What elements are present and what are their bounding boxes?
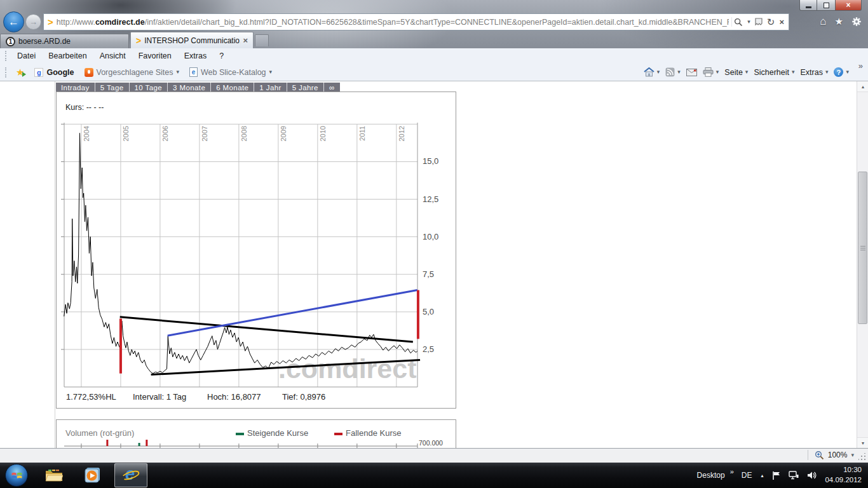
scroll-down-button[interactable]: ▾ bbox=[857, 437, 868, 448]
tab-row: 1 boerse.ARD.de > INTERSHOP Communicatio… bbox=[0, 32, 868, 48]
menu-ansicht[interactable]: Ansicht bbox=[93, 50, 132, 62]
forward-button[interactable]: → bbox=[25, 14, 41, 30]
stat-high: Hoch: 16,8077 bbox=[207, 392, 261, 402]
compatibility-view-icon[interactable] bbox=[755, 18, 763, 27]
favorite-suggested-sites[interactable]: Vorgeschlagene Sites▾ bbox=[79, 66, 184, 79]
command-bar: ▾ ▾ ▾ Seite▾ Sicherheit▾ Extras▾ ? ▾ bbox=[644, 64, 849, 81]
chevron-down-icon: ▾ bbox=[269, 69, 273, 75]
address-bar[interactable]: > http://www.comdirect.de/inf/aktien/det… bbox=[43, 13, 789, 30]
search-icon[interactable] bbox=[734, 18, 743, 27]
rss-feed-button[interactable]: ▾ bbox=[665, 67, 681, 77]
webslice-icon: e bbox=[189, 67, 198, 77]
address-bar-icons: ▾ ↻ × bbox=[731, 17, 786, 27]
extras-menu[interactable]: Extras▾ bbox=[801, 68, 829, 77]
volume-mark bbox=[146, 440, 147, 446]
media-player-button[interactable] bbox=[83, 466, 102, 484]
browser-title-bar: × ← → > http://www.comdirect.de/inf/akti… bbox=[0, 0, 868, 48]
x-tick-label: 2011 bbox=[358, 126, 366, 141]
range-max-infinity[interactable]: ∞ bbox=[324, 83, 340, 92]
refresh-icon[interactable]: ↻ bbox=[767, 17, 775, 27]
favorite-google[interactable]: gGoogle bbox=[29, 66, 79, 79]
range-5-jahre[interactable]: 5 Jahre bbox=[287, 83, 324, 92]
settings-gear-icon[interactable] bbox=[851, 17, 862, 27]
home-icon[interactable]: ⌂ bbox=[820, 16, 826, 27]
restore-button[interactable] bbox=[817, 0, 835, 11]
x-tick-label: 2005 bbox=[122, 126, 130, 141]
sicherheit-menu[interactable]: Sicherheit▾ bbox=[754, 68, 794, 77]
range-intraday[interactable]: Intraday bbox=[56, 83, 95, 92]
browser-quick-icons: ⌂ ★ bbox=[820, 16, 862, 27]
tab-close-icon[interactable]: × bbox=[243, 36, 248, 45]
clock-date: 04.09.2012 bbox=[825, 475, 862, 485]
hidden-icons-arrow[interactable]: ▴ bbox=[761, 473, 763, 478]
new-tab-button[interactable] bbox=[255, 34, 269, 46]
add-favorite-button[interactable]: ★ bbox=[11, 65, 29, 79]
desktop-chevron-icon[interactable]: » bbox=[730, 468, 734, 475]
y-tick-label: 7,5 bbox=[423, 269, 434, 279]
zoom-control[interactable]: 100% ▾ bbox=[808, 450, 854, 460]
trendline-rising-blue bbox=[168, 290, 417, 336]
menu-bearbeiten[interactable]: Bearbeiten bbox=[42, 50, 93, 62]
stop-icon[interactable]: × bbox=[779, 18, 784, 26]
start-button[interactable] bbox=[5, 464, 28, 487]
x-tick-label: 2006 bbox=[161, 126, 169, 141]
media-player-icon bbox=[84, 467, 100, 484]
menu-extras[interactable]: Extras bbox=[178, 50, 213, 62]
x-tick-label: 2010 bbox=[319, 126, 327, 141]
stat-interval: Intervall: 1 Tag bbox=[133, 392, 186, 402]
screen: × ← → > http://www.comdirect.de/inf/akti… bbox=[0, 0, 868, 488]
rising-legend-dash bbox=[236, 433, 244, 435]
back-button[interactable]: ← bbox=[3, 11, 24, 32]
trendline-upper-black bbox=[120, 317, 413, 342]
close-button[interactable]: × bbox=[835, 0, 862, 11]
menu-datei[interactable]: Datei bbox=[11, 50, 42, 62]
range-5-tage[interactable]: 5 Tage bbox=[95, 83, 130, 92]
resize-grip[interactable] bbox=[858, 453, 866, 461]
language-indicator[interactable]: DE bbox=[742, 471, 752, 480]
menu-hilfe[interactable]: ? bbox=[213, 50, 230, 62]
favorite-webslice-katalog[interactable]: eWeb Slice-Katalog▾ bbox=[184, 65, 277, 79]
favorites-star-icon[interactable]: ★ bbox=[835, 17, 843, 26]
scroll-up-button[interactable]: ▴ bbox=[857, 81, 868, 92]
desktop-toolbar[interactable]: Desktop bbox=[697, 471, 725, 480]
zoom-dropdown-icon[interactable]: ▾ bbox=[851, 452, 854, 458]
read-mail-button[interactable] bbox=[686, 69, 697, 76]
range-10-tage[interactable]: 10 Tage bbox=[130, 83, 168, 92]
network-icon[interactable] bbox=[789, 471, 799, 480]
stat-low: Tief: 0,8976 bbox=[282, 392, 325, 402]
more-toolbar-chevron-icon[interactable]: » bbox=[858, 61, 863, 71]
clock[interactable]: 10:30 04.09.2012 bbox=[825, 465, 862, 485]
url-domain: comdirect.de bbox=[95, 18, 145, 27]
home-button[interactable]: ▾ bbox=[644, 67, 660, 77]
volume-speaker-icon[interactable] bbox=[807, 471, 817, 480]
falling-legend-dash bbox=[334, 433, 342, 435]
tab-intershop[interactable]: > INTERSHOP Communicatio... × bbox=[130, 32, 254, 48]
minimize-button[interactable] bbox=[799, 0, 817, 11]
help-button[interactable]: ? ▾ bbox=[834, 67, 849, 77]
print-button[interactable]: ▾ bbox=[703, 67, 719, 77]
menu-favoriten[interactable]: Favoriten bbox=[132, 50, 178, 62]
range-3-monate[interactable]: 3 Monate bbox=[168, 83, 211, 92]
scrollbar-thumb[interactable] bbox=[858, 172, 867, 324]
y-tick-label: 15,0 bbox=[423, 156, 438, 166]
seite-menu[interactable]: Seite▾ bbox=[724, 68, 748, 77]
y-tick-label: 2,5 bbox=[423, 344, 434, 354]
windows-logo-icon bbox=[11, 470, 23, 481]
toolbar-grip bbox=[5, 51, 7, 61]
chevron-down-icon: ▾ bbox=[677, 69, 681, 75]
tab-boerse-ard[interactable]: 1 boerse.ARD.de bbox=[0, 34, 129, 48]
search-dropdown-icon[interactable]: ▾ bbox=[747, 19, 750, 25]
internet-explorer-button-active[interactable]: e bbox=[114, 463, 147, 487]
chevron-down-icon: ▾ bbox=[846, 69, 849, 75]
scroll-down-icon: ▾ bbox=[862, 440, 864, 446]
forward-icon: → bbox=[29, 17, 37, 27]
back-icon: ← bbox=[8, 16, 19, 29]
range-1-jahr[interactable]: 1 Jahr bbox=[254, 83, 287, 92]
action-center-flag-icon[interactable] bbox=[772, 471, 780, 480]
mail-icon bbox=[686, 69, 697, 76]
chevron-down-icon: ▾ bbox=[176, 69, 179, 75]
vertical-scrollbar[interactable]: ▴ ▾ bbox=[857, 81, 868, 448]
file-explorer-button[interactable] bbox=[44, 466, 64, 484]
comdirect-favicon: > bbox=[136, 36, 141, 46]
range-6-monate[interactable]: 6 Monate bbox=[211, 83, 254, 92]
